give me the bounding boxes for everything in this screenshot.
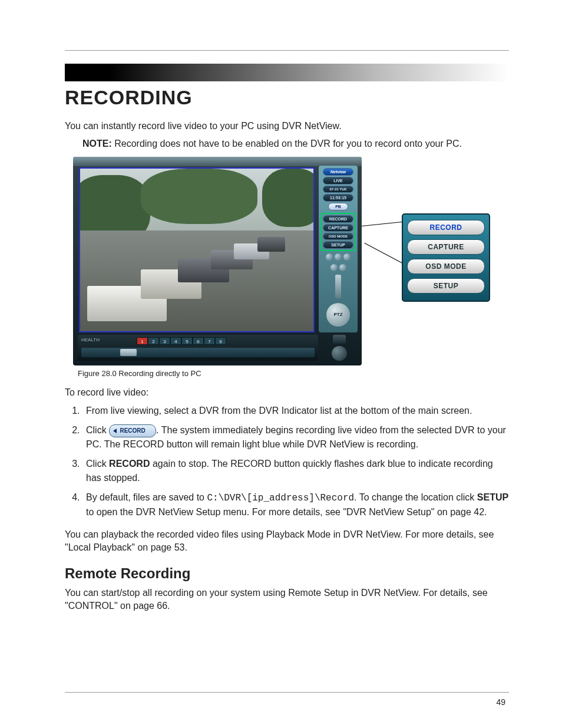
file-path: C:\DVR\[ip_address]\Record: [207, 493, 354, 503]
section-banner: [65, 64, 509, 81]
bottom-right-controls: [322, 335, 357, 361]
time-readout: 11:53:15: [323, 194, 353, 202]
setup-button-small[interactable]: SETUP: [323, 241, 353, 249]
step-bold: SETUP: [477, 492, 508, 502]
slider-track[interactable]: [335, 275, 341, 298]
netview-sidepanel: Netview LIVE 07-21 TUE 11:53:15 PB RECOR…: [319, 166, 358, 332]
indicator-dot: [335, 253, 342, 261]
dvr-indicator-item[interactable]: [120, 349, 137, 356]
page-number: 49: [496, 697, 505, 707]
channel-button[interactable]: 7: [204, 337, 215, 345]
bottom-rule: [65, 692, 509, 693]
indicator-dot: [343, 253, 351, 261]
scene-tree: [141, 169, 257, 224]
indicator-row: [330, 264, 346, 271]
subheading: Remote Recording: [65, 565, 509, 582]
osd-button-small[interactable]: OSD MODE: [323, 233, 353, 240]
channel-button[interactable]: 5: [181, 337, 193, 345]
step-item: Click RECORD. The system immediately beg…: [82, 423, 509, 451]
health-label: HEALTH: [81, 337, 100, 342]
osd-mode-button[interactable]: OSD MODE: [407, 259, 485, 274]
step-text: By default, files are saved to: [86, 492, 207, 502]
indicator-dot: [330, 264, 338, 271]
page-title: RECORDING: [65, 86, 509, 109]
remote-recording-text: You can start/stop all recording on your…: [65, 587, 509, 613]
inline-record-button[interactable]: RECORD: [109, 424, 156, 437]
indicator-dot: [326, 253, 333, 261]
date-readout: 07-21 TUE: [323, 186, 353, 193]
channel-button[interactable]: 1: [137, 337, 148, 345]
dvr-indicator-track[interactable]: [81, 348, 315, 357]
steps-list: From live viewing, select a DVR from the…: [65, 404, 509, 519]
figure-wrap: Netview LIVE 07-21 TUE 11:53:15 PB RECOR…: [73, 157, 509, 365]
channel-button[interactable]: 2: [148, 337, 159, 345]
note-text: Recording does not have to be enabled on…: [112, 139, 462, 149]
aux-button[interactable]: [333, 335, 346, 344]
top-rule: [65, 50, 509, 51]
step-text: Click: [86, 425, 109, 435]
channel-button[interactable]: 8: [215, 337, 226, 345]
button-detail-panel: RECORD CAPTURE OSD MODE SETUP: [402, 213, 490, 302]
scene-car: [257, 237, 286, 252]
intro-text: You can instantly record live video to y…: [65, 120, 509, 133]
highlighted-button-group: RECORD CAPTURE OSD MODE SETUP: [322, 214, 355, 250]
jog-knob[interactable]: [332, 346, 347, 361]
record-button[interactable]: RECORD: [407, 220, 485, 235]
step-text: From live viewing, select a DVR from the…: [86, 406, 472, 416]
window-titlebar: [73, 157, 362, 166]
callout-line: [362, 221, 408, 226]
step-text: to open the DVR NetView Setup menu. For …: [86, 507, 487, 517]
step-item: Click RECORD again to stop. The RECORD b…: [82, 457, 509, 484]
note-label: NOTE:: [82, 139, 112, 149]
note-line: NOTE: Recording does not have to be enab…: [82, 137, 509, 150]
callout-line: [364, 243, 405, 265]
capture-button-small[interactable]: CAPTURE: [323, 224, 353, 232]
scene-tree: [262, 169, 315, 227]
capture-button[interactable]: CAPTURE: [407, 239, 485, 255]
indicator-row: [326, 253, 351, 261]
live-video-area: [79, 167, 315, 332]
record-button-small[interactable]: RECORD: [323, 215, 353, 223]
ptz-dial[interactable]: PTZ: [326, 303, 350, 327]
step-item: From live viewing, select a DVR from the…: [82, 404, 509, 417]
step-bold: RECORD: [109, 459, 150, 469]
netview-screenshot: Netview LIVE 07-21 TUE 11:53:15 PB RECOR…: [73, 157, 362, 365]
channel-button[interactable]: 4: [170, 337, 181, 345]
playback-note: You can playback the recorded video file…: [65, 528, 509, 555]
step-text: . To change the location click: [354, 492, 477, 502]
brand-badge: Netview: [323, 168, 353, 176]
pb-button[interactable]: PB: [328, 203, 348, 210]
figure-caption: Figure 28.0 Recording directly to PC: [78, 369, 509, 378]
channel-button[interactable]: 3: [159, 337, 170, 345]
steps-lead-in: To record live video:: [65, 386, 509, 399]
indicator-dot: [339, 264, 346, 271]
channel-strip: 1 2 3 4 5 6 7 8: [137, 337, 226, 345]
live-indicator: LIVE: [323, 177, 353, 185]
step-text: Click: [86, 459, 109, 469]
channel-button[interactable]: 6: [193, 337, 204, 345]
bottom-bar: HEALTH 1 2 3 4 5 6 7 8: [78, 335, 318, 361]
step-item: By default, files are saved to C:\DVR\[i…: [82, 490, 509, 519]
setup-button[interactable]: SETUP: [407, 278, 485, 294]
